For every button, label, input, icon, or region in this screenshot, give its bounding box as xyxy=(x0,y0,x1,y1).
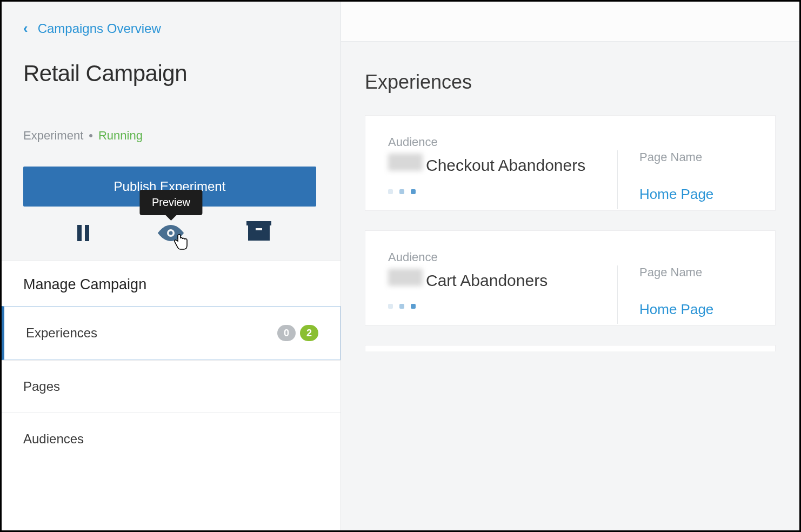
archive-button[interactable] xyxy=(243,221,275,245)
sidebar-item-audiences[interactable]: Audiences xyxy=(2,413,341,465)
badge-running-count: 2 xyxy=(300,325,318,341)
experiment-type-label: Experiment xyxy=(23,129,83,143)
audience-name: Cart Abandoners xyxy=(388,269,617,292)
archive-icon xyxy=(248,225,270,241)
progress-dots xyxy=(388,189,617,194)
breadcrumb-label: Campaigns Overview xyxy=(38,21,161,36)
audience-label: Audience xyxy=(388,250,617,264)
status-badge: Running xyxy=(98,129,143,143)
svg-point-1 xyxy=(169,231,173,235)
manage-section-title: Manage Campaign xyxy=(2,261,341,306)
badge-draft-count: 0 xyxy=(277,325,296,341)
page-link[interactable]: Home Page xyxy=(639,186,752,203)
page-name-label: Page Name xyxy=(639,265,752,280)
progress-dots xyxy=(388,304,617,309)
chevron-left-icon: ‹ xyxy=(23,20,28,37)
page-title: Retail Campaign xyxy=(23,61,319,87)
experience-card-peek xyxy=(365,345,776,351)
page-name-label: Page Name xyxy=(639,150,752,164)
manage-campaign-section: Manage Campaign Experiences 0 2 Pages Au… xyxy=(2,261,341,530)
main-content: Experiences Audience Checkout Abandoners… xyxy=(341,2,799,530)
pause-icon xyxy=(77,225,89,241)
redacted-text xyxy=(388,269,423,286)
breadcrumb-back[interactable]: ‹ Campaigns Overview xyxy=(23,20,161,37)
eye-icon xyxy=(158,225,184,241)
sidebar: ‹ Campaigns Overview Retail Campaign Exp… xyxy=(2,2,341,530)
audience-label: Audience xyxy=(388,135,617,149)
page-link[interactable]: Home Page xyxy=(639,301,752,318)
sidebar-item-label: Audiences xyxy=(23,431,84,447)
preview-button[interactable]: Preview xyxy=(155,221,187,245)
redacted-text xyxy=(388,154,423,171)
experience-card[interactable]: Audience Checkout Abandoners Page Name H… xyxy=(365,115,776,211)
audience-name: Checkout Abandoners xyxy=(388,154,617,177)
main-header-strip xyxy=(341,2,799,42)
pause-button[interactable] xyxy=(67,221,99,245)
status-separator: • xyxy=(89,129,93,143)
sidebar-item-pages[interactable]: Pages xyxy=(2,360,341,413)
sidebar-item-label: Experiences xyxy=(26,325,97,341)
status-row: Experiment • Running xyxy=(23,129,319,143)
sidebar-item-label: Pages xyxy=(23,379,60,394)
preview-tooltip: Preview xyxy=(140,190,202,215)
experiences-heading: Experiences xyxy=(365,71,776,94)
experience-card[interactable]: Audience Cart Abandoners Page Name Home … xyxy=(365,230,776,326)
sidebar-item-experiences[interactable]: Experiences 0 2 xyxy=(2,306,341,360)
